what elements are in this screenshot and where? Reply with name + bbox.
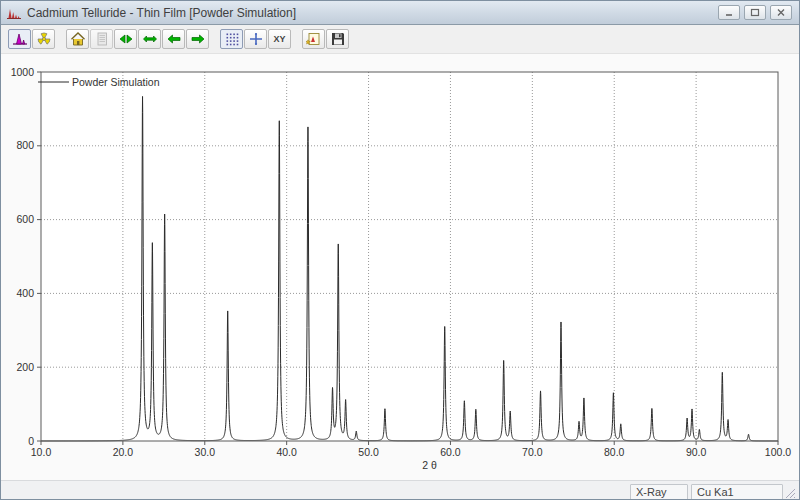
grid-icon (224, 31, 240, 47)
svg-text:1000: 1000 (11, 66, 35, 78)
svg-text:30.0: 30.0 (195, 446, 216, 458)
radiation-type-field[interactable]: X-Ray (630, 484, 688, 500)
xy-readout-button[interactable]: XY (268, 29, 291, 49)
arrow-left-icon (166, 31, 182, 47)
svg-text:60.0: 60.0 (440, 446, 461, 458)
maximize-button[interactable] (744, 5, 766, 20)
crosshair-button[interactable] (244, 29, 267, 49)
svg-text:90.0: 90.0 (686, 446, 707, 458)
arrow-right-icon (190, 31, 206, 47)
svg-text:600: 600 (16, 213, 34, 225)
export-image-icon (306, 31, 322, 47)
arrows-outward-icon (142, 31, 158, 47)
xy-text-icon: XY (274, 34, 286, 44)
wavelength-field[interactable]: Cu Ka1 (691, 484, 783, 500)
list-icon (94, 31, 110, 47)
zoom-out-horizontal-button[interactable] (138, 29, 161, 49)
simulation-pattern-button[interactable] (8, 29, 31, 49)
app-window: Cadmium Telluride - Thin Film [Powder Si… (0, 0, 800, 500)
svg-text:800: 800 (16, 139, 34, 151)
svg-text:50.0: 50.0 (358, 446, 379, 458)
app-icon (6, 5, 22, 21)
window-controls (718, 5, 792, 20)
copy-pattern-button[interactable] (302, 29, 325, 49)
window-title: Cadmium Telluride - Thin Film [Powder Si… (27, 6, 718, 20)
home-view-button[interactable] (66, 29, 89, 49)
save-button[interactable] (326, 29, 349, 49)
chart-area: 10.020.030.040.050.060.070.080.090.0100.… (1, 54, 799, 480)
svg-text:70.0: 70.0 (522, 446, 543, 458)
svg-text:20.0: 20.0 (113, 446, 134, 458)
svg-text:0: 0 (28, 435, 34, 447)
pan-right-button[interactable] (186, 29, 209, 49)
grid-toggle-button[interactable] (220, 29, 243, 49)
svg-text:10.0: 10.0 (31, 446, 52, 458)
save-icon (330, 31, 346, 47)
data-list-button[interactable] (90, 29, 113, 49)
svg-text:40.0: 40.0 (276, 446, 297, 458)
arrows-inward-icon (118, 31, 134, 47)
svg-text:400: 400 (16, 287, 34, 299)
pan-left-button[interactable] (162, 29, 185, 49)
svg-text:2 θ: 2 θ (422, 459, 437, 471)
zoom-in-horizontal-button[interactable] (114, 29, 137, 49)
radiation-icon (36, 31, 52, 47)
home-icon (70, 31, 86, 47)
svg-text:80.0: 80.0 (604, 446, 625, 458)
status-bar: X-Ray Cu Ka1 (1, 480, 799, 500)
powder-pattern-chart[interactable]: 10.020.030.040.050.060.070.080.090.0100.… (1, 54, 799, 480)
close-button[interactable] (770, 5, 792, 20)
titlebar: Cadmium Telluride - Thin Film [Powder Si… (1, 1, 799, 25)
crosshair-icon (248, 31, 264, 47)
radiation-button[interactable] (32, 29, 55, 49)
toolbar: XY (1, 25, 799, 54)
svg-text:200: 200 (16, 361, 34, 373)
svg-text:100.0: 100.0 (765, 446, 791, 458)
minimize-button[interactable] (718, 5, 740, 20)
resize-grip[interactable] (785, 485, 796, 496)
svg-text:Powder Simulation: Powder Simulation (72, 76, 160, 88)
histogram-icon (12, 31, 28, 47)
